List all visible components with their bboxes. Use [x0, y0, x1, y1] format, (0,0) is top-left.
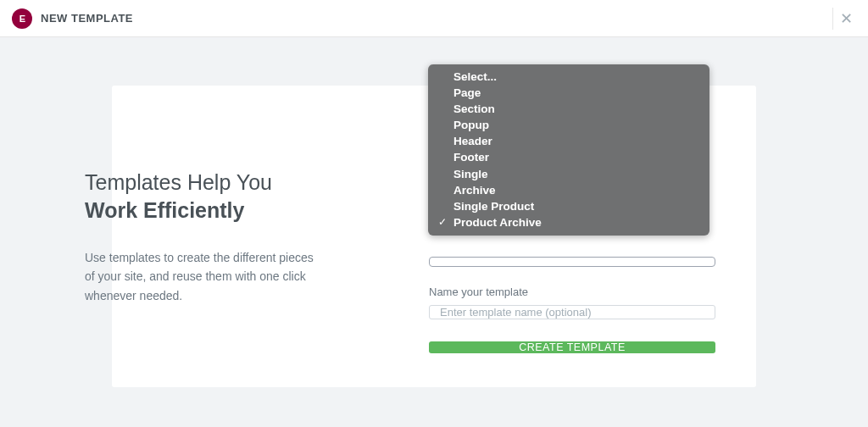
dropdown-option[interactable]: Footer	[428, 150, 709, 166]
template-name-input[interactable]	[429, 305, 715, 319]
dropdown-option[interactable]: Page	[428, 85, 709, 101]
info-description: Use templates to create the different pi…	[85, 248, 322, 305]
elementor-logo-icon: E	[12, 8, 32, 29]
dropdown-option[interactable]: Single Product	[428, 199, 709, 215]
dropdown-option[interactable]: Product Archive	[428, 215, 709, 231]
heading-line-1: Templates Help You	[85, 170, 371, 195]
dropdown-option[interactable]: Select...	[428, 69, 709, 85]
dropdown-option[interactable]: Section	[428, 101, 709, 117]
dropdown-option[interactable]: Archive	[428, 182, 709, 198]
header-left: E NEW TEMPLATE	[12, 8, 133, 29]
modal-title: NEW TEMPLATE	[41, 12, 133, 25]
heading-line-2: Work Efficiently	[85, 198, 371, 223]
modal-header: E NEW TEMPLATE ✕	[0, 0, 868, 37]
name-field-label: Name your template	[429, 286, 715, 298]
create-template-button[interactable]: CREATE TEMPLATE	[429, 341, 715, 353]
main-container: Templates Help You Work Efficiently Use …	[0, 37, 868, 427]
dropdown-option[interactable]: Single	[428, 166, 709, 182]
close-icon[interactable]: ✕	[832, 8, 860, 30]
dropdown-option[interactable]: Header	[428, 134, 709, 150]
dropdown-option[interactable]: Popup	[428, 118, 709, 134]
template-type-dropdown: Select...PageSectionPopupHeaderFooterSin…	[428, 64, 709, 236]
info-panel: Templates Help You Work Efficiently Use …	[85, 86, 371, 387]
template-type-select[interactable]	[429, 257, 715, 267]
